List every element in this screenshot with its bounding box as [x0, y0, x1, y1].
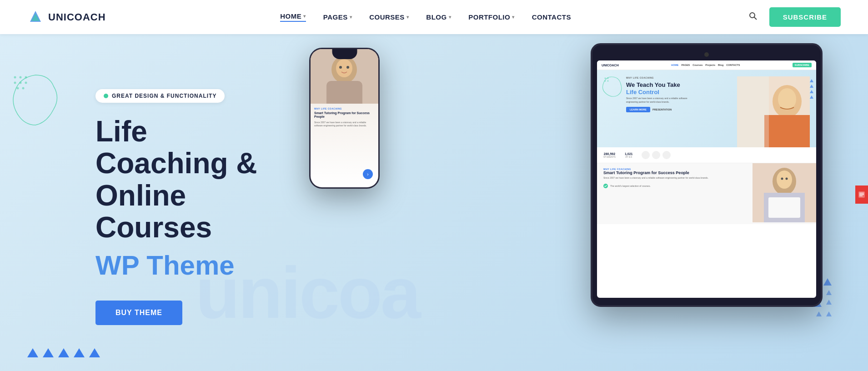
footer-note-text: The world's largest selection of courses…: [610, 185, 651, 187]
tablet-hero-buttons: LEARN MORE PRESENTATION: [626, 107, 737, 112]
stat-courses-label: AT ILS: [625, 155, 633, 158]
section-desc: Since 2007 we have been a visionary and …: [603, 176, 746, 180]
hero-title: Life Coaching & Online Courses: [95, 115, 282, 244]
tablet-text-section: WHY LIFE COACHING Smart Tutoring Program…: [597, 163, 753, 224]
stat-courses: 1,021 AT ILS: [625, 152, 633, 158]
tablet-nav-blog: Blog: [718, 64, 723, 66]
tablet-hero-title: We Teach You Take Life Control: [626, 81, 737, 95]
nav-item-portfolio[interactable]: PORTFOLIO ▾: [468, 13, 515, 21]
svg-rect-26: [737, 76, 769, 147]
stat-students-num: 280,592: [603, 152, 616, 155]
hero-wp-theme: WP Theme: [95, 251, 282, 281]
svg-rect-37: [859, 193, 864, 194]
svg-rect-24: [764, 115, 810, 147]
subscribe-button[interactable]: SUBSCRIBE: [769, 7, 841, 27]
tablet-nav-home: HOME: [671, 64, 679, 66]
nav-link-courses[interactable]: COURSES ▾: [369, 13, 409, 21]
badge-dot: [104, 94, 108, 98]
nav-links: HOME ▾ PAGES ▾ COURSES ▾ BLOG ▾ PORTFOLI: [280, 12, 571, 22]
nav-item-contacts[interactable]: CONTACTS: [532, 13, 571, 21]
chevron-icon: ▾: [350, 15, 352, 20]
notification-badge[interactable]: [855, 186, 868, 204]
chevron-icon: ▾: [303, 14, 306, 19]
nav-item-home[interactable]: HOME ▾: [280, 12, 306, 22]
tablet-lower-image: [753, 163, 816, 224]
tablet-person-svg: [737, 76, 810, 147]
buy-theme-button[interactable]: BUY THEME: [95, 301, 182, 325]
chevron-icon: ▾: [512, 15, 515, 20]
chevron-icon: ▾: [449, 15, 452, 20]
nav-link-contacts[interactable]: CONTACTS: [532, 13, 571, 21]
logo-icon: [27, 9, 44, 25]
svg-rect-14: [326, 81, 362, 104]
tablet-hero-desc: Since 2007 we have been a visionary and …: [626, 97, 690, 104]
badge-text: GREAT DESIGN & FUNCTIONALITY: [112, 93, 216, 99]
stat-courses-num: 1,021: [625, 152, 633, 155]
nav-link-portfolio[interactable]: PORTFOLIO ▾: [468, 13, 515, 21]
hero-badge: GREAT DESIGN & FUNCTIONALITY: [95, 89, 225, 103]
svg-point-25: [778, 88, 796, 110]
svg-rect-39: [859, 196, 863, 196]
logo-text: UNICOACH: [48, 11, 106, 23]
tablet-nav-links: HOME PAGES Courses Projects Blog CONTACT…: [671, 64, 740, 66]
svg-point-4: [14, 76, 16, 79]
tablet-presentation-link[interactable]: PRESENTATION: [652, 108, 672, 111]
logo-link[interactable]: UNICOACH: [27, 9, 106, 25]
phone-desc: Since 2007 we have been a visionary and …: [314, 121, 375, 127]
phone-action-button[interactable]: ›: [363, 169, 373, 179]
svg-point-17: [346, 66, 349, 69]
svg-point-6: [25, 76, 27, 79]
phone-screen: WHY LIFE COACHING Smart Tutoring Program…: [311, 49, 378, 187]
nav-item-courses[interactable]: COURSES ▾: [369, 13, 409, 21]
nav-link-home[interactable]: HOME ▾: [280, 12, 306, 22]
tablet-camera: [704, 52, 709, 57]
search-icon: [748, 11, 758, 20]
tablet-mockup: UNICOACH HOME PAGES Courses Projects Blo…: [591, 43, 823, 307]
navbar: UNICOACH HOME ▾ PAGES ▾ COURSES ▾ BLOG ▾: [0, 0, 868, 34]
search-button[interactable]: [746, 9, 760, 25]
tablet-subscribe-btn[interactable]: SUBSCRIBE: [793, 63, 812, 67]
nav-item-pages[interactable]: PAGES ▾: [323, 13, 352, 21]
svg-point-16: [339, 66, 342, 69]
tablet-nav-contacts: CONTACTS: [726, 64, 740, 66]
svg-rect-38: [859, 194, 864, 195]
hero-section: GREAT DESIGN & FUNCTIONALITY Life Coachi…: [0, 34, 868, 371]
section-title: Smart Tutoring Program for Success Peopl…: [603, 170, 746, 175]
tablet-inner-nav: UNICOACH HOME PAGES Courses Projects Blo…: [597, 60, 816, 70]
phone-outer: WHY LIFE COACHING Smart Tutoring Program…: [309, 48, 380, 189]
deco-triangles-left: [27, 348, 100, 357]
hero-content: GREAT DESIGN & FUNCTIONALITY Life Coachi…: [0, 80, 282, 326]
tablet-hero-image: [737, 76, 810, 147]
tablet-camera-row: [597, 52, 816, 57]
tablet-stats-bar: 280,592 STUDENTS 1,021 AT ILS: [597, 147, 816, 163]
tablet-logo: UNICOACH: [602, 64, 619, 67]
tablet-screen: UNICOACH HOME PAGES Courses Projects Blo…: [597, 60, 816, 298]
svg-rect-35: [753, 163, 816, 222]
tablet-learn-btn[interactable]: LEARN MORE: [626, 107, 650, 112]
tablet-outer: UNICOACH HOME PAGES Courses Projects Blo…: [591, 43, 823, 307]
svg-point-2: [750, 13, 755, 18]
tablet-deco-triangles: [810, 79, 813, 99]
svg-point-5: [20, 76, 22, 79]
tablet-nav-projects: Projects: [705, 64, 715, 66]
tablet-lower-content: WHY LIFE COACHING Smart Tutoring Program…: [597, 163, 816, 224]
nav-link-pages[interactable]: PAGES ▾: [323, 13, 352, 21]
phone-notch: [332, 49, 357, 59]
tablet-hero-content: WHY LIFE COACHING We Teach You Take Life…: [603, 76, 737, 141]
notification-icon: [858, 191, 865, 198]
svg-point-15: [336, 59, 352, 77]
tablet-hero-person: [737, 76, 810, 147]
stat-students: 280,592 STUDENTS: [603, 152, 616, 158]
tablet-lower-person-svg: [753, 163, 816, 222]
svg-line-3: [754, 17, 757, 20]
stat-students-label: STUDENTS: [603, 155, 616, 158]
phone-label: WHY LIFE COACHING: [314, 107, 375, 110]
tablet-hero-title-blue: Life Control: [626, 89, 659, 95]
nav-link-blog[interactable]: BLOG ▾: [426, 13, 451, 21]
phone-content: WHY LIFE COACHING Smart Tutoring Program…: [311, 104, 378, 131]
tablet-footer-note: The world's largest selection of courses…: [603, 184, 746, 188]
tablet-nav-pages: PAGES: [681, 64, 690, 66]
tablet-hero-label: WHY LIFE COACHING: [626, 76, 737, 79]
nav-item-blog[interactable]: BLOG ▾: [426, 13, 451, 21]
check-icon: [603, 184, 608, 188]
